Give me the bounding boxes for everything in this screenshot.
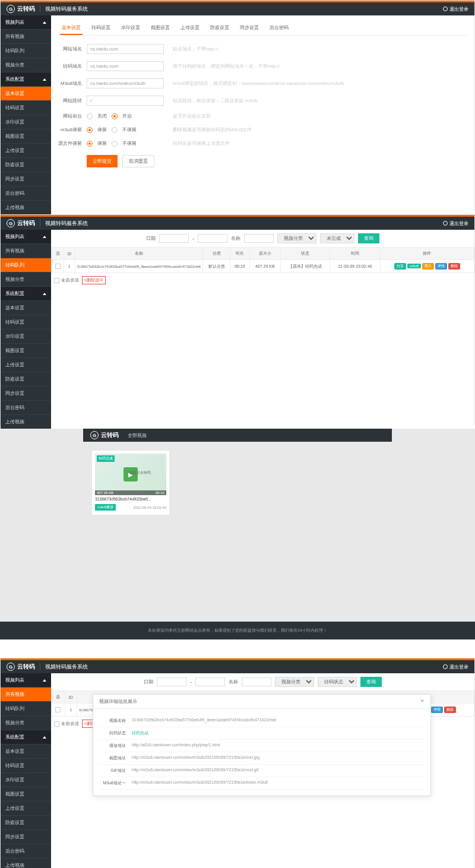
row-checkbox[interactable] [55,264,61,269]
input-m3u8-domain[interactable] [87,78,164,88]
sidebar-group-video[interactable]: 视频列表 [1,673,51,688]
submit-button[interactable]: 立即提交 [87,155,118,167]
sidebar-item-antileech[interactable]: 防盗设置 [1,372,51,387]
tab-upload[interactable]: 上传设置 [179,21,201,35]
input-trans-domain[interactable] [87,61,164,71]
filter-status-select[interactable]: 转码状态 [318,677,357,687]
sidebar-item-transcode[interactable]: 转码设置 [1,101,51,115]
sidebar-item-password[interactable]: 后台密码 [1,186,51,201]
select-all-link[interactable]: 全选/反选 [54,721,79,727]
badge-m3u8[interactable]: m3u8 [407,264,421,268]
tab-screenshot[interactable]: 截图设置 [149,21,172,35]
sidebar-item-antileech[interactable]: 防盗设置 [1,158,51,172]
filter-name-input[interactable] [242,677,271,686]
logout-link[interactable]: 退出登录 [443,220,468,227]
badge-delete[interactable]: 删除 [444,707,456,713]
filter-date-to[interactable] [195,677,225,686]
sidebar-item-all-videos[interactable]: 所有视频 [1,30,51,44]
input-site-domain[interactable] [87,44,164,54]
sidebar-item-basic[interactable]: 基本设置 [1,301,51,315]
modal-close-button[interactable]: ✕ [420,698,425,705]
sidebar-item-sync[interactable]: 同步设置 [1,830,51,844]
sidebar-item-queue[interactable]: 转码队列 [1,702,51,716]
badge-share[interactable]: 分享 [394,263,406,270]
sidebar-item-antileech[interactable]: 防盗设置 [1,816,51,830]
sidebar-group-config[interactable]: 系统配置 [1,730,51,745]
sidebar-item-watermark[interactable]: 水印设置 [1,330,51,344]
card-title: 3136673d562bcb74d933ba5... [95,495,166,503]
settings-tabs: 基本设置 转码设置 水印设置 截图设置 上传设置 防盗设置 同步设置 后台密码 [57,21,468,36]
sidebar-item-sync[interactable]: 同步设置 [1,387,51,401]
sidebar-item-transcode[interactable]: 转码设置 [1,759,51,773]
sidebar-item-all-videos[interactable]: 所有视频 [1,244,51,258]
sidebar-item-basic[interactable]: 基本设置 [1,87,51,101]
radio-hurdle-on[interactable] [112,113,118,119]
sidebar-item-upload[interactable]: 上传设置 [1,144,51,158]
sidebar-item-category[interactable]: 视频分类 [1,58,51,72]
th-actions: 操作 [380,248,474,260]
sidebar-item-transcode[interactable]: 转码设置 [1,315,51,330]
tab-transcode[interactable]: 转码设置 [90,21,112,35]
filter-name-input[interactable] [244,234,274,243]
badge-detail[interactable]: 详情 [431,707,443,713]
badge-detail[interactable]: 详情 [435,263,447,270]
sidebar-item-upload[interactable]: 上传设置 [1,802,51,816]
search-button[interactable]: 查询 [358,233,379,243]
sidebar-item-password[interactable]: 后台密码 [1,844,51,859]
sidebar-item-category[interactable]: 视频分类 [1,273,51,287]
tab-watermark[interactable]: 水印设置 [119,21,142,35]
sidebar-item-watermark[interactable]: 水印设置 [1,773,51,787]
radio-hurdle-off[interactable] [87,113,93,119]
video-card[interactable]: 转码完成 ▶ 视频正在转码 407.29 KB 00:10 3136673d56… [92,451,169,515]
logout-link[interactable]: 退出登录 [443,664,468,670]
tab-password[interactable]: 后台密码 [268,21,290,35]
sidebar-item-sync[interactable]: 同步设置 [1,172,51,186]
nav-all-videos[interactable]: 全部视频 [128,432,147,439]
logo: G云转码 [7,663,35,671]
badge-delete[interactable]: 删除 [448,263,460,270]
tab-antileech[interactable]: 防盗设置 [208,21,231,35]
filter-category-select[interactable]: 视频分类 [277,233,316,243]
select-all-link[interactable]: 全选/反选 [54,277,79,283]
hint-site-path: 站点路径，根目录如 / 二级目录如 m3u8/ [173,97,468,104]
reset-button[interactable]: 取消重置 [122,155,154,167]
sidebar-item-category[interactable]: 视频分类 [1,716,51,730]
filter-status-select[interactable]: 未完成 [320,233,354,243]
sidebar-item-screenshot[interactable]: 截图设置 [1,344,51,358]
sidebar-group-video[interactable]: 视频列表 [1,230,51,244]
sidebar-item-screenshot[interactable]: 截图设置 [1,787,51,802]
tab-basic[interactable]: 基本设置 [60,21,83,35]
sidebar: 视频列表 所有视频 转码队列 视频分类 系统配置 基本设置 转码设置 水印设置 … [1,230,51,429]
input-site-path[interactable] [87,96,164,106]
card-play-button[interactable]: m3u8播放 [95,504,116,511]
label-site-domain: 网站域名 [57,46,87,52]
sidebar-item-all-videos[interactable]: 所有视频 [1,688,51,702]
sidebar-group-config[interactable]: 系统配置 [1,72,51,87]
delete-selected-link[interactable]: ×删除选中 [82,276,106,284]
sidebar-item-upload-video[interactable]: 上传视频 [1,415,51,429]
sidebar-item-watermark[interactable]: 水印设置 [1,115,51,129]
sidebar-item-upload-video[interactable]: 上传视频 [1,201,51,215]
sidebar-item-queue[interactable]: 转码队列 [1,258,51,273]
filter-date-to[interactable] [198,234,227,243]
radio-src-keep[interactable] [87,141,93,147]
sidebar-group-config[interactable]: 系统配置 [1,287,51,301]
logout-link[interactable]: 退出登录 [443,6,468,12]
sidebar-item-queue[interactable]: 转码队列 [1,44,51,58]
sidebar-item-screenshot[interactable]: 截图设置 [1,129,51,144]
radio-m3u8-keep[interactable] [87,127,93,133]
filter-category-select[interactable]: 视频分类 [275,677,314,687]
filter-date-from[interactable] [159,234,189,243]
sidebar-item-upload[interactable]: 上传设置 [1,358,51,372]
badge-pic[interactable]: 图片 [422,263,434,270]
radio-src-nokeep[interactable] [112,141,118,147]
search-button[interactable]: 查询 [360,677,382,687]
filter-date-from[interactable] [157,677,186,686]
radio-m3u8-nokeep[interactable] [112,127,118,133]
sidebar-item-password[interactable]: 后台密码 [1,401,51,415]
sidebar-group-video[interactable]: 视频列表 [1,15,51,30]
sidebar-item-basic[interactable]: 基本设置 [1,745,51,759]
row-checkbox[interactable] [55,707,61,712]
tab-sync[interactable]: 同步设置 [238,21,261,35]
sidebar-item-upload-video[interactable]: 上传视频 [1,859,51,868]
